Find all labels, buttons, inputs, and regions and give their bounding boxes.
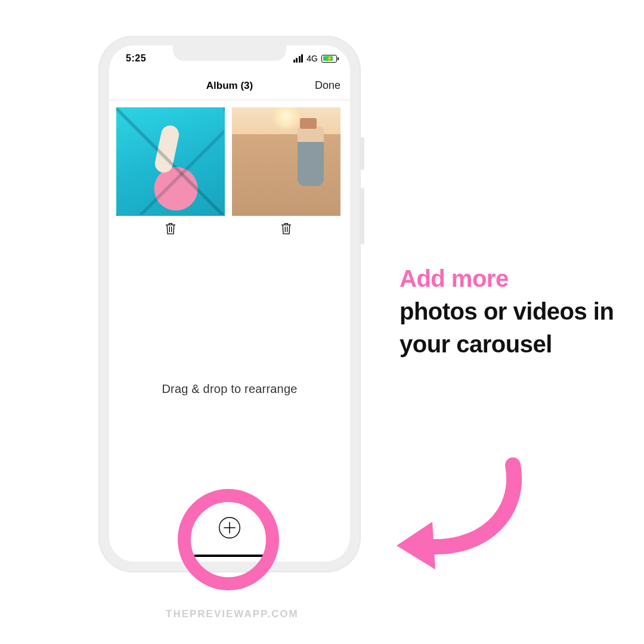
phone-screen: 5:25 4G ⚡ Album (3) Done (109, 45, 350, 562)
delete-button[interactable] (232, 216, 340, 235)
add-button[interactable] (217, 515, 242, 540)
phone-side-button (361, 188, 364, 244)
photo-grid (109, 100, 350, 235)
callout-text: Add more photos or videos in your carous… (400, 262, 620, 361)
plus-circle-icon (218, 516, 242, 540)
callout-body: photos or videos in your carousel (400, 298, 614, 357)
phone-frame: 5:25 4G ⚡ Album (3) Done (98, 36, 361, 572)
photo-thumbnail[interactable] (232, 107, 340, 216)
trash-icon (165, 222, 177, 235)
nav-bar: Album (3) Done (109, 72, 350, 100)
page-title: Album (3) (206, 80, 253, 92)
phone-notch (173, 45, 286, 61)
trash-icon (280, 222, 292, 235)
battery-icon: ⚡ (321, 55, 337, 63)
phone-side-button (361, 137, 364, 170)
photo-item[interactable] (116, 107, 225, 235)
status-time: 5:25 (126, 53, 146, 64)
delete-button[interactable] (116, 216, 225, 235)
arrow-icon (388, 453, 537, 572)
network-label: 4G (306, 54, 318, 63)
callout-highlight: Add more (400, 265, 509, 292)
photo-item[interactable] (232, 107, 340, 235)
done-button[interactable]: Done (315, 79, 340, 92)
home-indicator (194, 555, 265, 557)
photo-thumbnail[interactable] (116, 107, 225, 216)
signal-icon (293, 54, 304, 63)
watermark: THEPREVIEWAPP.COM (166, 608, 299, 620)
drag-drop-hint: Drag & drop to rearrange (109, 382, 350, 396)
